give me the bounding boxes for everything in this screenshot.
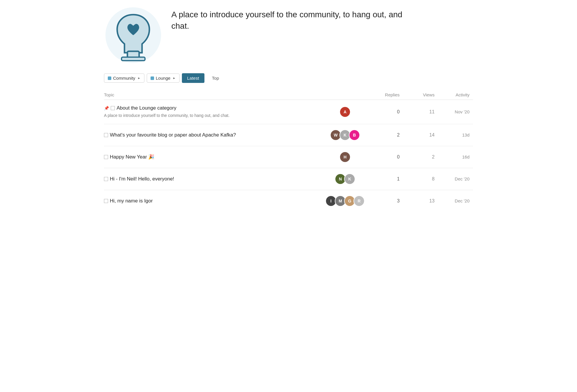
nav-tabs: Community ► Lounge ► Latest Top: [104, 73, 473, 83]
views-count: 11: [429, 109, 435, 114]
topic-activity: 16d: [438, 146, 473, 168]
topic-checkbox: [104, 177, 108, 181]
topic-views: 11: [403, 100, 438, 124]
avatar[interactable]: B: [349, 129, 360, 141]
latest-tab[interactable]: Latest: [182, 73, 204, 83]
topic-title-cell: 📌About the Lounge categoryA place to int…: [104, 100, 325, 124]
col-header-views: Views: [403, 90, 438, 100]
avatar-group: WKB: [325, 129, 365, 141]
topic-replies: 1: [368, 168, 403, 190]
topic-title-cell: Happy New Year 🎉: [104, 146, 325, 168]
col-header-activity: Activity: [438, 90, 473, 100]
table-row: Happy New Year 🎉H0216d: [104, 146, 473, 168]
topic-avatars-cell: NK: [325, 168, 368, 190]
topic-activity: Dec '20: [438, 190, 473, 212]
topic-title-link[interactable]: Hi - I'm Neil! Hello, everyone!: [110, 176, 174, 182]
svg-rect-2: [122, 57, 145, 61]
avatar[interactable]: H: [339, 151, 351, 163]
activity-time: 13d: [462, 132, 470, 137]
table-row: Hi, my name is IgorIMGR313Dec '20: [104, 190, 473, 212]
pin-icon: 📌: [104, 106, 109, 110]
topic-title-cell: Hi, my name is Igor: [104, 190, 325, 212]
avatar-group: H: [325, 151, 365, 163]
topic-replies: 0: [368, 146, 403, 168]
col-header-replies: Replies: [368, 90, 403, 100]
topic-activity: Nov '20: [438, 100, 473, 124]
topic-replies: 2: [368, 124, 403, 146]
topic-avatars-cell: WKB: [325, 124, 368, 146]
page-container: A place to introduce yourself to the com…: [95, 0, 482, 218]
topics-table: Topic Replies Views Activity 📌About the …: [104, 90, 473, 212]
topic-title-cell: What's your favourite blog or paper abou…: [104, 124, 325, 146]
table-header-row: Topic Replies Views Activity: [104, 90, 473, 100]
avatar-group: IMGR: [325, 195, 365, 207]
topic-views: 8: [403, 168, 438, 190]
topic-checkbox: [104, 155, 108, 159]
topic-checkbox: [104, 199, 108, 203]
logo-container: [104, 6, 163, 64]
topic-replies: 3: [368, 190, 403, 212]
activity-time: 16d: [462, 154, 470, 159]
topic-title-link[interactable]: What's your favourite blog or paper abou…: [110, 132, 236, 138]
topic-checkbox: [104, 133, 108, 137]
lounge-arrow-icon: ►: [173, 76, 176, 80]
activity-time: Dec '20: [455, 176, 470, 181]
topic-views: 14: [403, 124, 438, 146]
community-logo-icon: [104, 6, 163, 64]
replies-count: 0: [397, 109, 400, 114]
community-arrow-icon: ►: [138, 76, 141, 80]
table-row: What's your favourite blog or paper abou…: [104, 124, 473, 146]
topic-activity: 13d: [438, 124, 473, 146]
avatar[interactable]: A: [339, 106, 351, 117]
topic-title-link[interactable]: About the Lounge category: [117, 105, 176, 111]
table-row: Hi - I'm Neil! Hello, everyone!NK18Dec '…: [104, 168, 473, 190]
activity-time: Dec '20: [455, 198, 470, 203]
views-count: 13: [429, 198, 435, 203]
replies-count: 3: [397, 198, 400, 203]
col-header-topic: Topic: [104, 90, 325, 100]
topic-title-cell: Hi - I'm Neil! Hello, everyone!: [104, 168, 325, 190]
avatar-group: A: [325, 106, 365, 117]
lounge-label: Lounge: [156, 76, 170, 81]
avatar[interactable]: K: [344, 173, 355, 185]
topic-avatars-cell: IMGR: [325, 190, 368, 212]
topic-replies: 0: [368, 100, 403, 124]
top-tab[interactable]: Top: [207, 73, 224, 83]
header-section: A place to introduce yourself to the com…: [104, 6, 473, 64]
topic-avatars-cell: H: [325, 146, 368, 168]
topic-views: 2: [403, 146, 438, 168]
topic-title-link[interactable]: Hi, my name is Igor: [110, 198, 153, 204]
topic-views: 13: [403, 190, 438, 212]
views-count: 2: [432, 154, 435, 159]
lounge-dot: [151, 76, 154, 80]
views-count: 8: [432, 176, 435, 181]
table-row: 📌About the Lounge categoryA place to int…: [104, 100, 473, 124]
replies-count: 0: [397, 154, 400, 159]
community-tag[interactable]: Community ►: [104, 74, 144, 83]
community-dot: [108, 76, 111, 80]
avatar[interactable]: R: [354, 195, 365, 207]
topic-excerpt: A place to introduce yourself to the com…: [104, 113, 322, 119]
activity-time: Nov '20: [455, 109, 470, 114]
topic-avatars-cell: A: [325, 100, 368, 124]
lounge-tag[interactable]: Lounge ►: [147, 74, 180, 83]
replies-count: 1: [397, 176, 400, 181]
topic-title-link[interactable]: Happy New Year 🎉: [110, 154, 154, 160]
topic-checkbox: [111, 106, 115, 110]
header-description: A place to introduce yourself to the com…: [171, 6, 406, 32]
community-label: Community: [113, 76, 135, 81]
col-header-avatars: [325, 90, 368, 100]
views-count: 14: [429, 132, 435, 137]
topic-activity: Dec '20: [438, 168, 473, 190]
avatar-group: NK: [325, 173, 365, 185]
replies-count: 2: [397, 132, 400, 137]
